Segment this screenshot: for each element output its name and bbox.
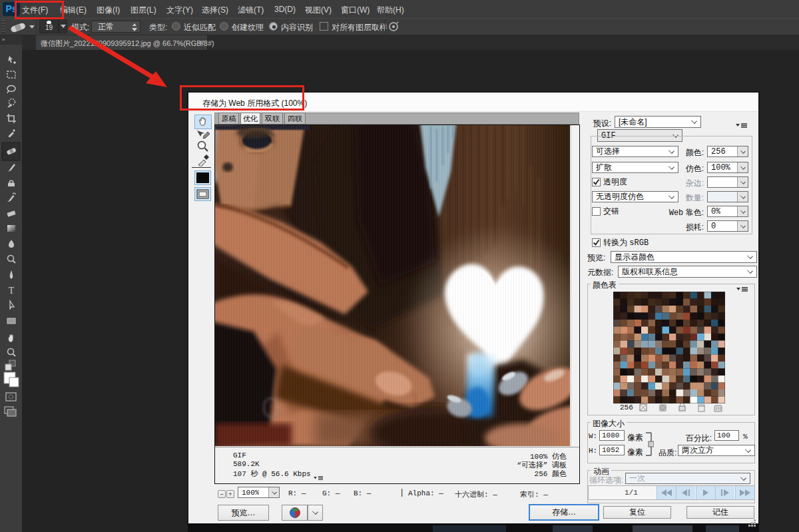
svg-text:T: T — [9, 286, 15, 296]
